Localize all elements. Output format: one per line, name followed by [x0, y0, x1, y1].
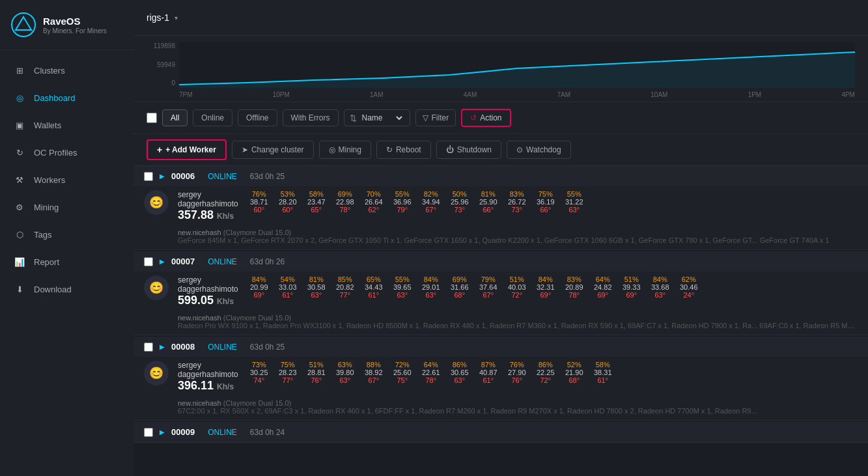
gpu-percent: 53%	[281, 190, 295, 198]
worker-card: ▶ 00006 ONLINE 63d 0h 25 😊 sergey dagger…	[133, 166, 868, 250]
gpu-percent: 72%	[395, 361, 410, 369]
select-all-checkbox[interactable]	[147, 113, 157, 123]
worker-pool: new.nicehash	[178, 399, 221, 407]
filter-errors-btn[interactable]: With Errors	[283, 109, 339, 126]
worker-username: sergey	[178, 361, 238, 370]
sidebar-item-dashboard[interactable]: ◎ Dashboard	[0, 84, 133, 111]
sidebar-item-download[interactable]: ⬇ Download	[0, 275, 133, 303]
chart-svg	[179, 42, 855, 88]
change-cluster-button[interactable]: ➤ Change cluster	[232, 141, 314, 159]
worker-footer: new.nicehash (Claymore Dual 15.0) 67C2:0…	[133, 398, 868, 420]
worker-uptime: 63d 0h 26	[250, 257, 285, 266]
worker-header: ▶ 00009 ONLINE 63d 0h 24	[133, 422, 868, 442]
play-icon[interactable]: ▶	[160, 258, 165, 265]
gpu-hashrate: 25.90	[479, 198, 497, 206]
gpu-stat: 51% 40.03 72°	[505, 275, 529, 299]
gpu-temp: 66°	[483, 206, 494, 214]
gpu-hashrate: 33.68	[651, 283, 669, 291]
filter-all-btn[interactable]: All	[162, 109, 188, 126]
gpu-stat: 76% 38.71 60°	[247, 190, 271, 214]
add-worker-button[interactable]: + + Add Worker	[147, 139, 227, 160]
sort-icon: ⇅	[350, 113, 357, 123]
gpu-percent: 81%	[481, 190, 496, 198]
sidebar-item-label: Clusters	[34, 66, 65, 76]
gpu-hashrate: 32.31	[537, 283, 555, 291]
action-icon: ↺	[470, 113, 477, 122]
sidebar-item-mining[interactable]: ⚙ Mining	[0, 193, 133, 221]
sort-select-wrap[interactable]: ⇅ Name Status Hashrate	[344, 109, 410, 126]
gpu-temp: 77°	[339, 291, 350, 299]
worker-algo: (Claymore Dual 15.0)	[223, 229, 292, 236]
gpu-stat: 70% 26.64 62°	[362, 190, 385, 214]
sidebar-item-clusters[interactable]: ⊞ Clusters	[0, 57, 133, 84]
gpu-stat: 50% 25.96 73°	[448, 190, 471, 214]
gpu-temp: 63°	[568, 206, 580, 214]
sidebar-item-workers[interactable]: ⚒ Workers	[0, 166, 133, 193]
filter-online-btn[interactable]: Online	[193, 109, 232, 126]
worker-hashrate: 599.05 Kh/s	[178, 294, 238, 307]
worker-info: sergey daggerhashimoto 396.11 Kh/s	[178, 361, 238, 393]
sidebar-item-label: Dashboard	[34, 93, 76, 103]
play-icon[interactable]: ▶	[160, 343, 165, 350]
gpu-stat: 87% 40.87 61°	[477, 361, 500, 384]
play-icon[interactable]: ▶	[160, 173, 165, 180]
change-cluster-label: Change cluster	[251, 145, 304, 154]
chart-x-4pm: 4PM	[841, 91, 855, 98]
worker-checkbox[interactable]	[144, 257, 153, 266]
gpu-hashrate: 27.90	[508, 369, 526, 376]
gpu-stat: 69% 22.98 78°	[333, 190, 357, 214]
worker-checkbox[interactable]	[144, 428, 153, 437]
gpu-stat: 54% 33.03 61°	[276, 275, 300, 299]
gpu-percent: 51%	[309, 361, 324, 369]
rig-selector[interactable]: rigs-1 ▾	[147, 12, 178, 23]
gpu-hashrate: 20.89	[565, 283, 583, 291]
gpu-temp: 69°	[253, 291, 264, 299]
sidebar-item-oc-profiles[interactable]: ↻ OC Profiles	[0, 139, 133, 166]
gpu-hashrate: 22.25	[537, 369, 555, 376]
gpu-stat: 64% 24.82 69°	[591, 275, 615, 299]
watchdog-button[interactable]: ⊙ Watchdog	[507, 141, 571, 159]
gpu-temp: 67°	[425, 206, 436, 214]
gpu-temp: 68°	[568, 376, 580, 384]
gpu-stats: 73% 30.25 74° 75% 28.23 77° 51% 28.81 76…	[247, 361, 858, 384]
gpu-stat: 51% 39.33 69°	[620, 275, 643, 299]
gpu-temp: 77°	[282, 376, 293, 384]
gpu-stat: 73% 30.25 74°	[247, 361, 271, 384]
reboot-button[interactable]: ↻ Reboot	[376, 141, 431, 159]
worker-checkbox[interactable]	[144, 172, 153, 181]
gpu-hashrate: 30.46	[680, 283, 698, 291]
sort-select[interactable]: Name Status Hashrate	[359, 113, 404, 123]
worker-username: sergey	[178, 190, 238, 199]
watchdog-icon: ⊙	[516, 145, 523, 154]
gpu-temp: 73°	[511, 206, 522, 214]
gpu-stat: 51% 28.81 76°	[305, 361, 328, 384]
sidebar-item-label: Report	[34, 257, 59, 267]
gpu-percent: 55%	[395, 275, 410, 283]
gpu-hashrate: 38.31	[594, 369, 612, 376]
gpu-temp: 67°	[483, 291, 494, 299]
gpu-hashrate: 28.81	[307, 369, 326, 376]
mining-button[interactable]: ◎ Mining	[319, 141, 371, 159]
filter-btn[interactable]: ▽ Filter	[415, 109, 456, 126]
gpu-stat: 53% 28.20 60°	[276, 190, 300, 214]
gpu-temp: 76°	[511, 376, 522, 384]
gpu-percent: 86%	[539, 361, 553, 369]
chart-x-7am: 7AM	[557, 91, 571, 98]
worker-checkbox[interactable]	[144, 343, 153, 352]
action-label: Action	[480, 113, 501, 122]
action-btn[interactable]: ↺ Action	[461, 109, 511, 127]
reboot-label: Reboot	[396, 145, 421, 154]
gpu-hashrate: 31.66	[451, 283, 469, 291]
gpu-temp: 63°	[654, 291, 665, 299]
play-icon[interactable]: ▶	[160, 428, 165, 436]
filter-offline-btn[interactable]: Offline	[238, 109, 277, 126]
gpu-temp: 66°	[540, 206, 551, 214]
reboot-icon: ↻	[386, 145, 393, 154]
sidebar-item-label: OC Profiles	[34, 148, 77, 158]
sidebar-item-label: Download	[34, 285, 72, 294]
sidebar-item-tags[interactable]: ⬡ Tags	[0, 221, 133, 248]
gpu-temp: 72°	[511, 291, 522, 299]
sidebar-item-wallets[interactable]: ▣ Wallets	[0, 111, 133, 139]
shutdown-button[interactable]: ⏻ Shutdown	[436, 141, 501, 159]
sidebar-item-report[interactable]: 📊 Report	[0, 248, 133, 275]
